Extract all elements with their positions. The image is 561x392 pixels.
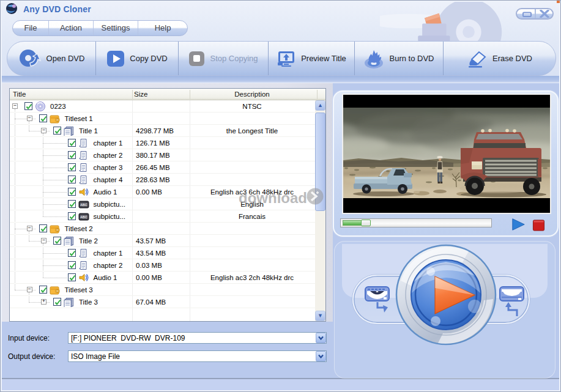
svg-text:ABC: ABC bbox=[80, 215, 87, 219]
svg-text:ABC: ABC bbox=[80, 203, 87, 207]
